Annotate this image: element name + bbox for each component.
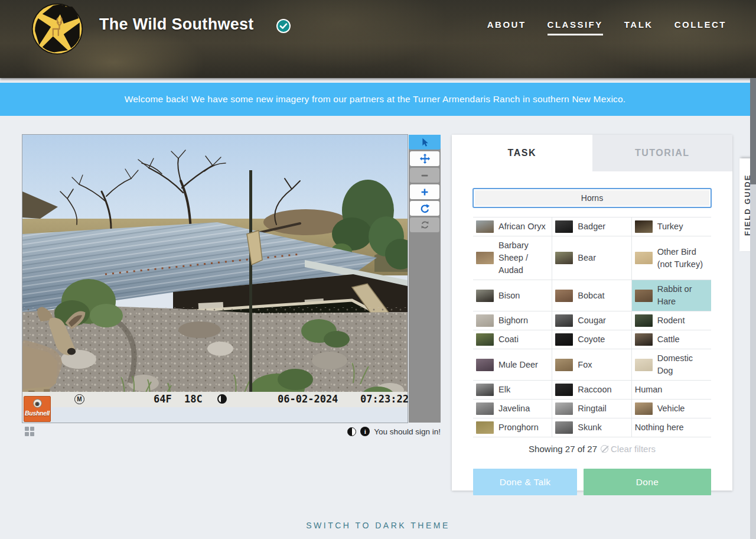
task-panel: TASK TUTORIAL Horns African OryxBadgerTu… [452, 135, 732, 491]
species-label: Fox [578, 359, 592, 371]
species-label: Cattle [657, 333, 680, 346]
species-choice-african-oryx[interactable]: African Oryx [473, 217, 552, 236]
species-thumbnail [555, 384, 573, 396]
species-choice-pronghorn[interactable]: Pronghorn [473, 418, 552, 437]
zoom-in-tool-button[interactable] [410, 184, 439, 199]
rotate-tool-button[interactable] [410, 201, 439, 216]
species-choice-fox[interactable]: Fox [552, 349, 631, 381]
species-label: Badger [578, 220, 605, 233]
species-thumbnail [476, 290, 494, 302]
circle-slash-icon [601, 445, 608, 453]
species-thumbnail [555, 252, 573, 264]
species-choice-bobcat[interactable]: Bobcat [552, 280, 631, 311]
subject-grid-icon[interactable] [25, 427, 34, 436]
clear-filters-label: Clear filters [611, 444, 656, 454]
approved-check-icon [276, 19, 291, 33]
species-label: Other Bird (not Turkey) [657, 246, 708, 271]
subject-viewer[interactable]: M 64F 18C 06-02-2024 07:23:22 ◉ Bushnell [22, 135, 408, 423]
filter-chip-wrap: Horns [452, 171, 732, 217]
signin-hint-text: You should sign in! [374, 427, 441, 436]
moon-phase-icon [217, 394, 227, 404]
species-choice-bison[interactable]: Bison [473, 280, 552, 311]
reset-tool-button[interactable] [410, 217, 439, 232]
species-label: Ringtail [578, 402, 606, 415]
camera-info-strip: M 64F 18C 06-02-2024 07:23:22 [22, 392, 408, 407]
species-choice-bear[interactable]: Bear [552, 236, 631, 280]
species-choice-bighorn[interactable]: Bighorn [473, 311, 552, 330]
nav-classify[interactable]: CLASSIFY [548, 20, 603, 35]
species-choice-human[interactable]: Human [632, 381, 711, 400]
camera-time: 07:23:22 [360, 393, 409, 405]
page-title: The Wild Southwest [99, 15, 254, 34]
done-and-talk-button[interactable]: Done & Talk [473, 469, 577, 495]
species-label: Nothing here [635, 421, 684, 434]
announcement-banner: Welcome back! We have some new imagery f… [0, 83, 750, 116]
species-choice-cougar[interactable]: Cougar [552, 311, 631, 330]
species-choice-elk[interactable]: Elk [473, 381, 552, 400]
species-choice-skunk[interactable]: Skunk [552, 418, 631, 437]
page-scrollbar-thumb[interactable] [750, 78, 756, 184]
species-thumbnail [476, 421, 494, 434]
species-choice-rodent[interactable]: Rodent [632, 311, 711, 330]
nav-about[interactable]: ABOUT [487, 20, 526, 35]
species-label: Elk [498, 384, 510, 396]
species-thumbnail [476, 314, 494, 327]
temp-f: 64F [154, 393, 172, 405]
species-choice-cattle[interactable]: Cattle [632, 330, 711, 349]
subject-photo[interactable] [22, 135, 408, 407]
zoom-out-tool-button[interactable] [410, 168, 439, 183]
main-nav: ABOUTCLASSIFYTALKCOLLECT [487, 20, 726, 35]
viewer-toolbar [409, 135, 441, 423]
species-label: Coati [498, 333, 519, 346]
horns-filter-chip[interactable]: Horns [472, 188, 712, 208]
species-choice-domestic-dog[interactable]: Domestic Dog [632, 349, 711, 381]
species-choice-other-bird-not-turkey[interactable]: Other Bird (not Turkey) [632, 236, 711, 280]
tab-task[interactable]: TASK [452, 135, 592, 171]
nav-talk[interactable]: TALK [624, 20, 653, 35]
species-choice-rabbit-or-hare[interactable]: Rabbit or Hare [632, 280, 711, 311]
clear-filters-button[interactable]: Clear filters [601, 444, 656, 454]
species-thumbnail [555, 359, 573, 371]
species-choice-vehicle[interactable]: Vehicle [632, 400, 711, 418]
species-thumbnail [635, 314, 653, 327]
species-grid: African OryxBadgerTurkeyBarbary Sheep / … [473, 217, 711, 437]
species-choice-raccoon[interactable]: Raccoon [552, 381, 631, 400]
species-choice-mule-deer[interactable]: Mule Deer [473, 349, 552, 381]
annotate-tool-button[interactable] [409, 135, 441, 150]
species-thumbnail [635, 220, 653, 233]
done-button[interactable]: Done [584, 469, 711, 495]
zoom-in-icon [419, 187, 430, 197]
species-choice-turkey[interactable]: Turkey [632, 217, 711, 236]
showing-count: Showing 27 of 27 [529, 444, 597, 454]
species-thumbnail [635, 359, 653, 371]
species-thumbnail [555, 402, 573, 415]
tab-tutorial[interactable]: TUTORIAL [592, 135, 733, 171]
species-thumbnail [555, 333, 573, 346]
species-label: Rodent [657, 314, 685, 327]
species-choice-ringtail[interactable]: Ringtail [552, 400, 631, 418]
invert-colors-icon[interactable] [347, 427, 356, 436]
temp-c: 18C [184, 393, 203, 405]
theme-toggle-link[interactable]: SWITCH TO DARK THEME [0, 521, 756, 530]
species-choice-coyote[interactable]: Coyote [552, 330, 631, 349]
species-thumbnail [476, 252, 494, 264]
species-thumbnail [476, 359, 494, 371]
project-logo-aperture-icon[interactable] [31, 2, 84, 56]
species-choice-barbary-sheep-audad[interactable]: Barbary Sheep / Audad [473, 236, 552, 280]
species-label: Turkey [657, 220, 683, 233]
classify-page: The Wild Southwest ABOUTCLASSIFYTALKCOLL… [0, 0, 756, 539]
species-choice-badger[interactable]: Badger [552, 217, 631, 236]
species-choice-javelina[interactable]: Javelina [473, 400, 552, 418]
species-label: Domestic Dog [657, 352, 708, 377]
species-choice-nothing-here[interactable]: Nothing here [632, 418, 711, 437]
reset-icon [420, 220, 430, 230]
move-tool-button[interactable] [410, 151, 439, 166]
action-buttons: Done & Talk Done [473, 469, 711, 495]
nav-collect[interactable]: COLLECT [674, 20, 726, 35]
species-choice-coati[interactable]: Coati [473, 330, 552, 349]
species-label: Bison [498, 290, 520, 302]
species-label: Human [635, 384, 663, 396]
metadata-info-icon[interactable]: i [360, 427, 370, 436]
species-thumbnail [555, 290, 573, 302]
species-label: Vehicle [657, 402, 685, 415]
